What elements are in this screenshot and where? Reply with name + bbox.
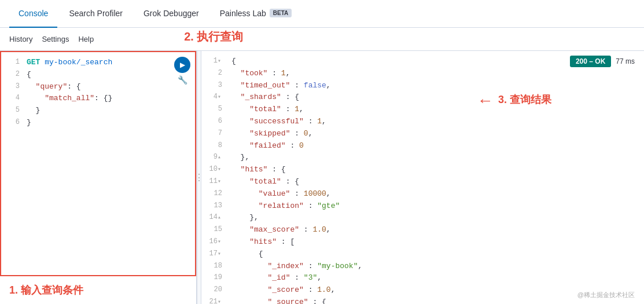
code-editor[interactable]: 1 GET my-book/_search 2 { 3 "query": { 4… (1, 52, 195, 275)
wrench-icon[interactable]: 🔧 (178, 75, 187, 85)
result-line-6: 6 "successful" : 1, (201, 116, 644, 128)
tab-grok-debugger[interactable]: Grok Debugger (134, 0, 208, 28)
result-line-2: 2 "took" : 1, (201, 68, 644, 80)
status-badge-area: 200 – OK 77 ms (570, 56, 635, 67)
response-time: 77 ms (616, 57, 635, 65)
main-content: 1 GET my-book/_search 2 { 3 "query": { 4… (0, 51, 644, 304)
tab-painless-lab[interactable]: Painless Lab BETA (211, 0, 301, 28)
right-panel: 200 – OK 77 ms ← 3. 查询结果 1▾ { 2 "took" :… (201, 51, 644, 304)
result-line-18: 18 "_index" : "my-book", (201, 261, 644, 273)
editor-line-6: 6 } (1, 117, 195, 129)
editor-area: 1 GET my-book/_search 2 { 3 "query": { 4… (0, 51, 196, 276)
annotation-1: 1. 输入查询条件 (9, 284, 83, 296)
top-nav: Console Search Profiler Grok Debugger Pa… (0, 0, 644, 28)
result-line-4: 4▾ "_shards" : { (201, 91, 644, 104)
editor-line-2: 2 { (1, 69, 195, 81)
editor-line-4: 4 "match_all": {} (1, 93, 195, 105)
result-line-13: 13 "relation" : "gte" (201, 200, 644, 213)
result-line-15: 15 "max_score" : 1.0, (201, 224, 644, 236)
result-line-11: 11▾ "total" : { (201, 176, 644, 188)
status-ok-badge: 200 – OK (570, 56, 611, 67)
editor-line-5: 5 } (1, 105, 195, 117)
annotation-2: 2. 执行查询 (184, 29, 243, 45)
result-line-17: 17▾ { (201, 248, 644, 261)
left-panel: 1 GET my-book/_search 2 { 3 "query": { 4… (0, 51, 197, 304)
result-line-8: 8 "failed" : 0 (201, 140, 644, 152)
result-line-3: 3 "timed_out" : false, (201, 80, 644, 92)
result-line-7: 7 "skipped" : 0, (201, 128, 644, 140)
tab-console[interactable]: Console (9, 0, 57, 28)
toolbar: History Settings Help 2. 执行查询 (0, 28, 644, 51)
editor-line-3: 3 "query": { (1, 81, 195, 93)
editor-line-1: 1 GET my-book/_search (1, 57, 195, 69)
result-line-5: 5 "total" : 1, (201, 104, 644, 116)
tab-search-profiler[interactable]: Search Profiler (60, 0, 132, 28)
result-line-19: 19 "_id" : "3", (201, 272, 644, 284)
result-line-14: 14▴ }, (201, 212, 644, 224)
result-line-12: 12 "value" : 10000, (201, 188, 644, 200)
beta-badge: BETA (270, 9, 292, 17)
result-line-10: 10▾ "hits" : { (201, 164, 644, 176)
play-icon: ▶ (180, 61, 185, 69)
watermark: @稀土掘金技术社区 (577, 291, 635, 299)
panel-divider[interactable]: ⋮ (197, 51, 201, 304)
settings-button[interactable]: Settings (42, 35, 69, 43)
annotation-1-area: 1. 输入查询条件 (0, 276, 196, 304)
result-line-16: 16▾ "hits" : [ (201, 236, 644, 248)
result-area[interactable]: 1▾ { 2 "took" : 1, 3 "timed_out" : false… (201, 51, 644, 304)
execute-area: ▶ 🔧 (174, 57, 190, 85)
result-line-9: 9▴ }, (201, 152, 644, 164)
execute-button[interactable]: ▶ (174, 57, 190, 73)
help-button[interactable]: Help (78, 35, 94, 43)
history-button[interactable]: History (9, 35, 32, 43)
